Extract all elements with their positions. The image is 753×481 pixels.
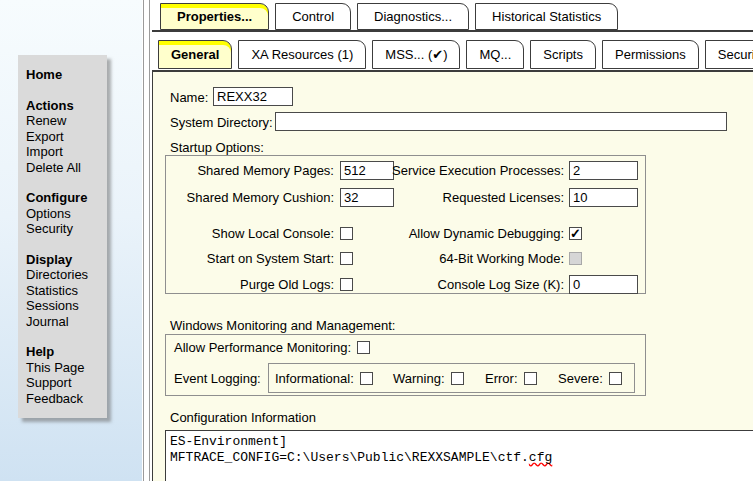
requested-licenses-label: Requested Licenses: [346, 190, 564, 205]
shared-memory-cushion-label: Shared Memory Cushion: [166, 190, 334, 205]
warning-checkbox[interactable] [451, 372, 464, 385]
primary-tab-bar: Properties... Control Diagnostics... His… [160, 3, 618, 30]
sidebar-section-display: Display Directories Statistics Sessions … [26, 252, 103, 330]
event-logging-label: Event Logging: [174, 371, 261, 386]
sidebar-item-statistics[interactable]: Statistics [26, 283, 103, 299]
warning-label: Warning: [393, 371, 445, 386]
startup-options-groupbox: Shared Memory Pages: Service Execution P… [165, 155, 646, 294]
primary-tab-baseline [152, 30, 753, 32]
tab-properties[interactable]: Properties... [160, 3, 269, 30]
sidebar-item-options[interactable]: Options [26, 206, 103, 222]
configuration-information-textarea[interactable]: ES-Environment]MFTRACE_CONFIG=C:\Users\P… [165, 430, 753, 481]
sidebar-item-home[interactable]: Home [26, 67, 103, 83]
tab-mss[interactable]: MSS... (✔) [372, 40, 460, 69]
error-checkbox[interactable] [524, 372, 537, 385]
purge-old-logs-label: Purge Old Logs: [166, 277, 334, 292]
sidebar-item-delete-all[interactable]: Delete All [26, 160, 103, 176]
tab-historical-statistics[interactable]: Historical Statistics [475, 3, 618, 30]
sidebar-section-help: Help This Page Support Feedback [26, 344, 103, 406]
main-frame: Properties... Control Diagnostics... His… [150, 0, 753, 481]
tab-xa-resources[interactable]: XA Resources (1) [238, 40, 366, 69]
informational-label: Informational: [275, 371, 354, 386]
configuration-information-label: Configuration Information [170, 410, 316, 425]
severe-checkbox[interactable] [609, 372, 622, 385]
service-execution-processes-label: Service Execution Processes: [346, 163, 564, 178]
sidebar-item-export[interactable]: Export [26, 129, 103, 145]
sidebar-item-renew[interactable]: Renew [26, 113, 103, 129]
console-log-size-label: Console Log Size (K): [346, 277, 564, 292]
sidebar-item-this-page[interactable]: This Page [26, 360, 103, 376]
sidebar-heading-configure: Configure [26, 190, 103, 206]
secondary-tab-bar: General XA Resources (1) MSS... (✔) MQ..… [158, 40, 753, 69]
error-label: Error: [485, 371, 518, 386]
system-directory-input[interactable] [275, 112, 727, 131]
sidebar-item-import[interactable]: Import [26, 144, 103, 160]
config-line-1: ES-Environment] [170, 434, 287, 449]
start-on-system-start-label: Start on System Start: [166, 251, 334, 266]
frame-divider-line [143, 0, 144, 481]
config-line-2: MFTRACE_CONFIG=C:\Users\Public\REXXSAMPL… [170, 450, 529, 465]
name-label: Name: [170, 90, 208, 105]
sidebar-item-directories[interactable]: Directories [26, 267, 103, 283]
sidebar-item-journal[interactable]: Journal [26, 314, 103, 330]
startup-options-label: Startup Options: [170, 140, 264, 155]
tab-diagnostics[interactable]: Diagnostics... [357, 3, 469, 30]
sidebar: Home Actions Renew Export Import Delete … [18, 55, 107, 418]
tab-control[interactable]: Control [275, 3, 351, 30]
64bit-working-mode-label: 64-Bit Working Mode: [346, 251, 564, 266]
navigation-frame: Home Actions Renew Export Import Delete … [0, 0, 142, 481]
sidebar-item-support[interactable]: Support [26, 375, 103, 391]
monitoring-groupbox: Allow Performance Monitoring: Event Logg… [165, 334, 646, 396]
service-execution-processes-input[interactable] [569, 161, 638, 180]
sidebar-heading-help: Help [26, 344, 103, 360]
tab-security[interactable]: Security [705, 40, 753, 69]
severe-label: Severe: [558, 371, 603, 386]
event-logging-levels-box: Informational: Warning: Error: Severe: [268, 363, 635, 393]
allow-performance-monitoring-checkbox[interactable] [357, 341, 370, 354]
allow-dynamic-debugging-checkbox[interactable]: ✓ [569, 227, 582, 240]
general-tab-panel: Name: System Directory: Startup Options:… [152, 70, 753, 481]
allow-dynamic-debugging-label: Allow Dynamic Debugging: [346, 226, 564, 241]
sidebar-section-actions: Actions Renew Export Import Delete All [26, 98, 103, 176]
sidebar-heading-display: Display [26, 252, 103, 268]
sidebar-section-home: Home [26, 67, 103, 83]
requested-licenses-input[interactable] [569, 188, 638, 207]
sidebar-section-configure: Configure Options Security [26, 190, 103, 237]
name-input[interactable] [213, 87, 293, 106]
informational-checkbox[interactable] [360, 372, 373, 385]
allow-performance-monitoring-label: Allow Performance Monitoring: [174, 340, 351, 355]
console-log-size-input[interactable] [569, 275, 638, 294]
tab-general[interactable]: General [158, 40, 232, 69]
sidebar-heading-actions: Actions [26, 98, 103, 114]
shared-memory-pages-label: Shared Memory Pages: [166, 163, 334, 178]
64bit-working-mode-checkbox-disabled [569, 252, 582, 265]
show-local-console-label: Show Local Console: [166, 226, 334, 241]
sidebar-item-sessions[interactable]: Sessions [26, 298, 103, 314]
sidebar-item-feedback[interactable]: Feedback [26, 391, 103, 407]
windows-monitoring-label: Windows Monitoring and Management: [170, 318, 395, 333]
admin-console-page: Home Actions Renew Export Import Delete … [0, 0, 753, 481]
system-directory-label: System Directory: [170, 115, 273, 130]
tab-scripts[interactable]: Scripts [530, 40, 596, 69]
tab-permissions[interactable]: Permissions [602, 40, 699, 69]
check-icon: ✓ [570, 227, 581, 240]
tab-mq[interactable]: MQ... [466, 40, 524, 69]
sidebar-item-security[interactable]: Security [26, 221, 103, 237]
config-misspelled-word: cfg [529, 450, 552, 465]
